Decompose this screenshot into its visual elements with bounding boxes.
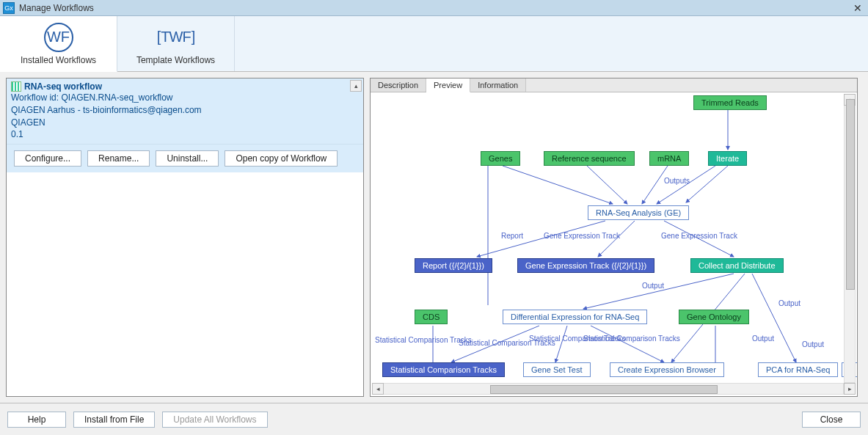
- v-scroll-thumb[interactable]: [846, 99, 855, 290]
- node-rnaseq-analysis: RNA-Seq Analysis (GE): [588, 205, 689, 220]
- preview-panel: Description Preview Information: [370, 78, 858, 397]
- node-diffexp: Differential Expression for RNA-Seq: [503, 310, 647, 324]
- node-collect: Collect and Distribute: [690, 258, 784, 273]
- title-bar: Gx Manage Workflows ✕: [0, 0, 868, 16]
- mode-tabs: WF Installed Workflows TWF Template Work…: [0, 16, 868, 72]
- node-cds: CDS: [415, 310, 448, 324]
- workflow-diagram: Trimmed Reads Genes Reference sequence m…: [371, 92, 857, 396]
- edge-output3: Output: [752, 335, 774, 343]
- edge-output: Output: [642, 282, 664, 290]
- svg-line-5: [657, 166, 715, 204]
- install-button[interactable]: Install from File: [73, 412, 155, 428]
- workflow-author: QIAGEN Aarhus - ts-bioinformatics@qiagen…: [11, 104, 359, 117]
- info-tabs: Description Preview Information: [371, 78, 857, 92]
- workflow-icon: [11, 81, 21, 92]
- edge-ge-track: Gene Expression Track: [544, 232, 620, 240]
- svg-line-9: [583, 274, 734, 309]
- bottom-bar: Help Install from File Update All Workfl…: [0, 403, 868, 435]
- preview-area[interactable]: Trimmed Reads Genes Reference sequence m…: [371, 92, 857, 396]
- node-mrna: mRNA: [649, 151, 689, 166]
- edge-outputs: Outputs: [664, 177, 690, 185]
- uninstall-button[interactable]: Uninstall...: [156, 150, 219, 167]
- tab-template-workflows[interactable]: TWF Template Workflows: [117, 16, 235, 71]
- window-title: Manage Workflows: [19, 3, 850, 13]
- svg-line-3: [587, 166, 627, 204]
- node-ge-track: Gene Expression Track ({/{2}/{1}}): [517, 258, 654, 273]
- node-iterate: Iterate: [708, 151, 747, 166]
- h-scroll-thumb[interactable]: [490, 385, 718, 394]
- workflow-actions: Configure... Rename... Uninstall... Open…: [7, 145, 363, 172]
- tab-label: Template Workflows: [136, 55, 215, 65]
- open-copy-button[interactable]: Open copy of Workflow: [225, 150, 338, 167]
- tab-preview[interactable]: Preview: [426, 78, 470, 92]
- app-icon: Gx: [3, 2, 15, 14]
- workflow-list-panel: RNA-seq workflow Workflow id: QIAGEN.RNA…: [6, 78, 364, 397]
- edge-stat1: Statistical Comparison Tracks: [375, 336, 472, 344]
- workflow-entry[interactable]: RNA-seq workflow Workflow id: QIAGEN.RNA…: [7, 78, 363, 145]
- update-all-button[interactable]: Update All Workflows: [162, 412, 267, 428]
- svg-line-4: [642, 166, 668, 204]
- svg-line-14: [591, 326, 664, 362]
- edge-stat4: Statistical Comparison Tracks: [583, 335, 680, 343]
- node-gene-set-test: Gene Set Test: [523, 362, 591, 377]
- wf-icon: WF: [44, 23, 73, 52]
- twf-icon: TWF: [161, 23, 191, 52]
- node-trimmed-reads: Trimmed Reads: [693, 95, 767, 110]
- node-genes: Genes: [481, 151, 520, 166]
- close-icon[interactable]: ✕: [850, 1, 865, 15]
- svg-line-10: [752, 274, 796, 362]
- edge-report: Report: [501, 232, 523, 240]
- workflow-version: 0.1: [11, 128, 359, 141]
- node-refseq: Reference sequence: [544, 151, 635, 166]
- tab-description[interactable]: Description: [371, 78, 426, 92]
- scroll-right-icon[interactable]: ▸: [844, 383, 856, 395]
- close-button[interactable]: Close: [802, 412, 861, 428]
- node-pca: PCA for RNA-Seq: [758, 362, 838, 377]
- help-button[interactable]: Help: [7, 412, 66, 428]
- node-create-expr-browser: Create Expression Browser: [610, 362, 724, 377]
- scroll-left-icon[interactable]: ◂: [372, 383, 384, 395]
- svg-line-13: [555, 326, 567, 362]
- main-area: RNA-seq workflow Workflow id: QIAGEN.RNA…: [0, 72, 868, 403]
- node-stat-tracks: Statistical Comparison Tracks: [382, 362, 505, 377]
- node-report: Report ({/{2}/{1}}): [415, 258, 492, 273]
- svg-line-1: [686, 166, 728, 202]
- tab-installed-workflows[interactable]: WF Installed Workflows: [0, 16, 117, 72]
- edge-output4: Output: [802, 340, 824, 348]
- tab-information[interactable]: Information: [470, 78, 526, 92]
- v-scrollbar[interactable]: ▴: [844, 94, 856, 383]
- configure-button[interactable]: Configure...: [14, 150, 81, 167]
- workflow-title: RNA-seq workflow: [24, 81, 102, 92]
- edge-ge-track2: Gene Expression Track: [661, 232, 737, 240]
- rename-button[interactable]: Rename...: [87, 150, 150, 167]
- workflow-id: Workflow id: QIAGEN.RNA-seq_workflow: [11, 92, 359, 104]
- workflow-vendor: QIAGEN: [11, 117, 359, 129]
- node-go: Gene Ontology: [679, 310, 749, 324]
- svg-line-2: [503, 166, 613, 204]
- tab-label: Installed Workflows: [21, 55, 96, 65]
- h-scrollbar[interactable]: [372, 383, 844, 395]
- scroll-up-icon[interactable]: ▴: [350, 80, 362, 92]
- edge-output2: Output: [778, 299, 800, 307]
